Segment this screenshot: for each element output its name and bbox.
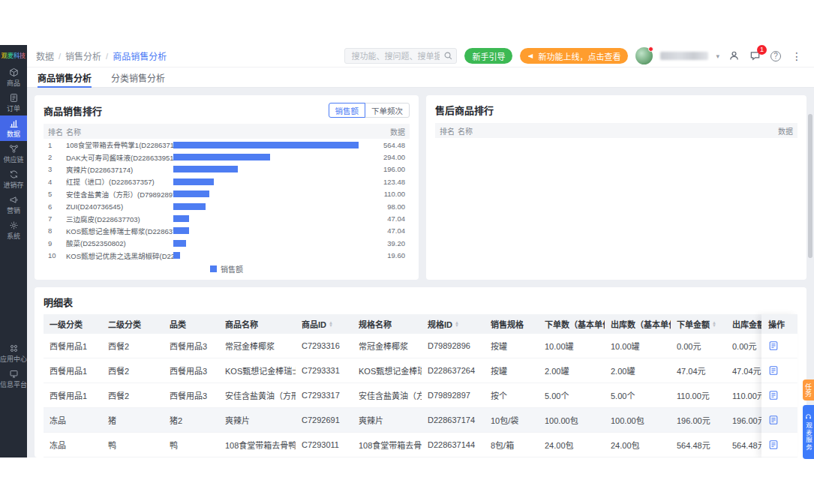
chart-rank: 2 [48,153,66,161]
account-chevron-icon[interactable]: ▾ [716,52,719,60]
table-cell: 常冠金棒椰浆 [353,340,422,352]
tab-product-sales-analysis[interactable]: 商品销售分析 [38,68,92,87]
column-header[interactable]: 下单金额▲▼ [671,314,726,334]
chart-value: 47.04 [371,214,405,223]
edit-document-icon[interactable] [768,340,779,351]
supply-nodes-icon [9,144,19,154]
value-column-header: 数据 [758,125,793,136]
toggle-sales-amount[interactable]: 销售额 [329,103,366,118]
column-header[interactable]: 规格ID▲▼ [422,314,485,334]
edit-document-icon[interactable] [768,440,779,450]
table-cell: 5.00个 [605,389,671,401]
table-cell: 100.00包 [539,414,605,426]
sidebar-item-goods[interactable]: 商品 [0,64,27,90]
chart-bar-track [173,154,371,160]
action-cell [761,358,797,383]
column-header[interactable]: 商品ID▲▼ [296,314,353,334]
messages-button[interactable]: 1 [748,50,761,63]
rank-column-header: 排名 [440,125,458,136]
table-cell: C7293011 [296,440,353,449]
more-menu-icon[interactable]: ⋮ [790,50,803,63]
action-cell [761,408,797,433]
sidebar-item-info-platform[interactable]: 信息平台 [0,366,27,392]
search-icon[interactable] [443,51,453,61]
table-cell: 10.00罐 [605,340,671,352]
sidebar-item-label: 商品 [7,78,20,88]
chart-row: 4红提（进口）(D228637357)123.48 [44,176,410,188]
chart-value: 123.48 [371,178,405,186]
column-header[interactable]: 出库数（基本单位）▲▼ [605,314,671,334]
app-grid-icon [9,344,19,353]
column-header[interactable]: 下单数（基本单位）▲▼ [539,314,605,334]
chart-item-name: 酸菜(D252350802) [66,238,173,248]
table-cell: 安佳含盐黄油（方形） [219,389,296,401]
column-header: 商品名称 [219,314,296,334]
chart-item-name: KOS甄想记金棒瑞士椰浆(D228637264) [66,226,173,236]
sidebar-item-inventory[interactable]: 进销存 [0,166,27,192]
search-input[interactable] [344,48,457,64]
table-cell: 24.00包 [605,439,671,451]
topbar: 数据 销售分析 商品销售分析 新手引导 新功能上线，点击查看 ▾ [27,45,814,68]
table-cell: 按罐 [485,364,539,376]
task-float-tag[interactable]: 任务 [803,380,814,400]
tab-category-sales-analysis[interactable]: 分类销售分析 [111,68,165,87]
table-cell: 8包/箱 [485,439,539,451]
help-button[interactable]: ? [769,50,782,63]
table-cell: C7293331 [296,366,353,375]
sort-carets-icon[interactable]: ▲▼ [712,321,716,327]
table-cell: 冻品 [44,439,102,451]
table-cell: 47.04元 [671,364,726,376]
service-float-button[interactable]: 观麦服务 [803,405,814,459]
column-header: 规格名称 [353,314,422,334]
table-cell: 10包/袋 [485,414,539,426]
breadcrumb-sales-analysis[interactable]: 销售分析 [65,50,101,62]
name-column-header: 名称 [458,125,758,136]
card-title: 商品销售排行 [44,104,102,118]
breadcrumb-data[interactable]: 数据 [36,50,54,62]
product-sales-ranking-card: 商品销售排行 销售额 下单频次 排名 名称 数据 1108食堂带箱去骨鸭掌1(D… [35,95,419,280]
user-icon[interactable] [727,50,740,63]
gear-icon [9,220,19,230]
sidebar-item-data[interactable]: 数据 [0,116,27,141]
chart-rank: 6 [48,202,66,211]
sort-carets-icon[interactable]: ▲▼ [455,321,459,327]
sidebar-item-marketing[interactable]: 营销 [0,192,27,218]
megaphone-icon [527,52,535,60]
chart-row: 2DAK大可寿司酱味液(D228633951)294.00 [44,151,410,163]
chart-bar [173,166,238,172]
avatar[interactable] [635,47,653,64]
table-cell: 西餐用品3 [164,389,219,401]
action-cells [761,334,797,458]
edit-document-icon[interactable] [768,390,779,400]
table-cell: 西餐2 [102,364,164,376]
chart-item-name: 爽辣片(D228637174) [66,164,173,175]
promo-button[interactable]: 新功能上线，点击查看 [520,48,628,64]
app-logo[interactable]: 观麦科技 [0,45,27,64]
chart-value: 110.00 [371,190,405,198]
table-cell: C7293316 [296,341,353,350]
edit-document-icon[interactable] [768,415,779,425]
toggle-order-frequency[interactable]: 下单频次 [365,103,410,118]
username-blurred[interactable] [660,52,708,60]
table-cell: 按个 [485,389,539,401]
sidebar-item-label: 数据 [7,129,20,139]
vertical-scrollbar-thumb[interactable] [808,114,812,258]
guide-button[interactable]: 新手引导 [464,48,512,64]
sidebar-item-supply-chain[interactable]: 供应链 [0,141,27,166]
table-cell: KOS甄想记金棒瑞士椰浆 [353,364,422,376]
app-logo-text: 观麦科技 [2,51,26,59]
chart-bar-track [173,203,371,210]
bar-chart-icon [9,118,19,128]
detail-table: 一级分类二级分类品类商品名称商品ID▲▼规格名称规格ID▲▼销售规格下单数（基本… [44,314,797,458]
table-cell: 0.00元 [671,340,726,352]
sort-carets-icon[interactable]: ▲▼ [329,321,333,327]
sidebar-item-orders[interactable]: 订单 [0,90,27,116]
rank-column-header: 排名 [48,126,66,137]
table-cell: D79892896 [422,341,485,350]
sidebar-item-system[interactable]: 系统 [0,218,27,243]
chart-bar-track [173,252,371,259]
chart-rank: 8 [48,226,66,235]
table-cell: 鸭 [164,439,219,451]
edit-document-icon[interactable] [768,365,779,376]
sidebar-item-app-center[interactable]: 应用中心 [0,340,27,366]
